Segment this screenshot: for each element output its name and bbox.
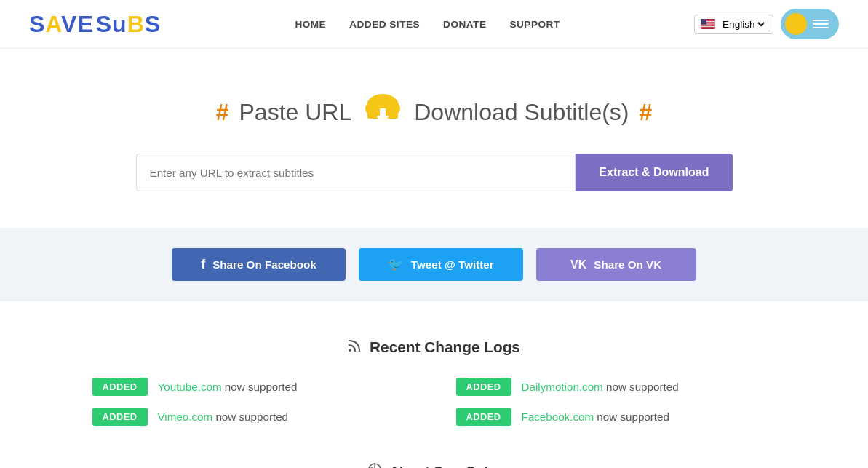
facebook-icon: f bbox=[201, 257, 205, 272]
language-flag bbox=[701, 19, 715, 29]
nav-donate[interactable]: DONATE bbox=[443, 19, 486, 30]
url-form: Extract & Download bbox=[136, 154, 733, 191]
added-badge: ADDED bbox=[456, 408, 511, 426]
logo-s2: S bbox=[145, 11, 161, 37]
download-subtitle-text: Download Subtitle(s) bbox=[414, 99, 629, 126]
added-badge: ADDED bbox=[456, 378, 511, 396]
changelog-item: ADDED Dailymotion.com now supported bbox=[456, 378, 776, 396]
logo-v: V bbox=[61, 11, 77, 37]
changelog-item: ADDED Facebook.com now supported bbox=[456, 408, 776, 426]
vimeo-link[interactable]: Vimeo.com bbox=[158, 411, 213, 423]
logo: SAVESuBS bbox=[29, 11, 161, 38]
facebook-share-button[interactable]: f Share On Facebook bbox=[172, 248, 346, 281]
share-bar: f Share On Facebook 🐦 Tweet @ Twitter VK… bbox=[0, 228, 868, 301]
svg-rect-4 bbox=[701, 25, 715, 25]
hero-title: # Paste URL Download Subtitle(s) # bbox=[15, 92, 853, 132]
added-badge: ADDED bbox=[92, 408, 148, 426]
logo-a: A bbox=[45, 11, 61, 37]
changelog-text: Dailymotion.com now supported bbox=[522, 381, 679, 393]
url-input[interactable] bbox=[136, 154, 576, 191]
changelogs-section: Recent Change Logs ADDED Youtube.com now… bbox=[34, 301, 835, 448]
about-title-text: About SaveSubs bbox=[389, 464, 500, 469]
nav-support[interactable]: SUPPORT bbox=[509, 19, 560, 30]
svg-rect-5 bbox=[701, 26, 715, 27]
changelog-item: ADDED Youtube.com now supported bbox=[92, 378, 413, 396]
twitter-icon: 🐦 bbox=[388, 257, 404, 272]
nav-home[interactable]: HOME bbox=[295, 19, 326, 30]
about-section: About SaveSubs bbox=[0, 448, 868, 468]
header: SAVESuBS HOME ADDED SITES DONATE SUPPORT bbox=[0, 0, 868, 49]
vk-icon: VK bbox=[570, 258, 586, 271]
changelog-text: Vimeo.com now supported bbox=[158, 411, 289, 423]
changelogs-title-text: Recent Change Logs bbox=[370, 338, 520, 356]
hamburger-icon bbox=[813, 20, 829, 28]
hash-right: # bbox=[639, 99, 652, 126]
wordpress-icon bbox=[367, 462, 382, 468]
header-right: English bbox=[694, 9, 839, 39]
svg-rect-13 bbox=[380, 108, 386, 117]
logo-b: B bbox=[127, 11, 145, 37]
added-badge: ADDED bbox=[92, 378, 148, 396]
extract-download-button[interactable]: Extract & Download bbox=[576, 154, 732, 191]
facebook-share-label: Share On Facebook bbox=[212, 258, 316, 271]
facebook-link[interactable]: Facebook.com bbox=[522, 411, 594, 423]
vk-share-button[interactable]: VK Share On VK bbox=[536, 248, 696, 281]
twitter-share-button[interactable]: 🐦 Tweet @ Twitter bbox=[359, 248, 523, 281]
logo-su: Su bbox=[96, 11, 127, 37]
svg-rect-7 bbox=[701, 19, 706, 25]
paste-url-text: Paste URL bbox=[239, 99, 352, 126]
logo-e: E bbox=[77, 11, 93, 37]
changelogs-title: Recent Change Logs bbox=[92, 338, 776, 356]
language-select[interactable]: English bbox=[720, 18, 767, 31]
dailymotion-link[interactable]: Dailymotion.com bbox=[522, 381, 603, 393]
changelog-grid: ADDED Youtube.com now supported ADDED Da… bbox=[92, 378, 776, 426]
about-title: About SaveSubs bbox=[15, 462, 853, 468]
changelog-text: Youtube.com now supported bbox=[158, 381, 298, 393]
vk-share-label: Share On VK bbox=[594, 258, 661, 271]
svg-rect-6 bbox=[701, 28, 715, 28]
nav-added-sites[interactable]: ADDED SITES bbox=[349, 19, 420, 30]
rss-icon bbox=[348, 338, 362, 356]
logo-s: S bbox=[29, 11, 45, 37]
menu-button[interactable] bbox=[781, 9, 839, 39]
svg-point-14 bbox=[349, 349, 351, 352]
hero-section: # Paste URL Download Subtitle(s) # Extra… bbox=[0, 49, 868, 221]
hash-left: # bbox=[216, 99, 229, 126]
avatar bbox=[785, 13, 807, 35]
youtube-link[interactable]: Youtube.com bbox=[158, 381, 222, 393]
changelog-item: ADDED Vimeo.com now supported bbox=[92, 408, 413, 426]
language-selector[interactable]: English bbox=[694, 15, 773, 34]
cloud-download-icon bbox=[362, 92, 404, 132]
twitter-share-label: Tweet @ Twitter bbox=[411, 258, 494, 271]
changelog-text: Facebook.com now supported bbox=[522, 411, 669, 423]
main-nav: HOME ADDED SITES DONATE SUPPORT bbox=[295, 19, 560, 30]
